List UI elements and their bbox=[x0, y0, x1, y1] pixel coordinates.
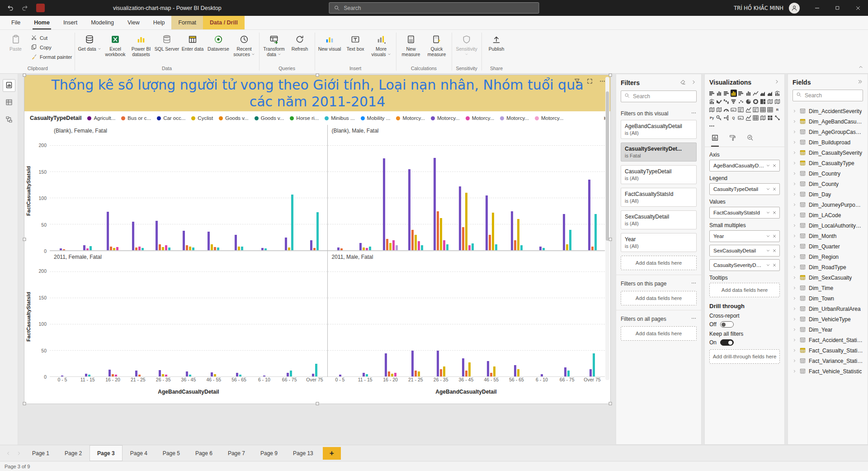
table-row[interactable]: Fact_Variance_Statistic bbox=[790, 356, 866, 366]
collapse-ribbon-icon[interactable] bbox=[858, 64, 863, 71]
expand-icon[interactable] bbox=[793, 171, 797, 176]
bar[interactable] bbox=[541, 374, 543, 377]
bar[interactable] bbox=[340, 248, 343, 251]
drill-through-drop-zone[interactable]: Add drill-through fields here bbox=[709, 349, 780, 364]
expand-icon[interactable] bbox=[793, 119, 797, 124]
legend-item[interactable]: Cyclist bbox=[191, 115, 213, 121]
fields-search-input[interactable] bbox=[805, 92, 859, 99]
bar[interactable] bbox=[411, 351, 414, 377]
bar[interactable] bbox=[446, 244, 448, 251]
bar[interactable] bbox=[591, 247, 594, 251]
report-view-button[interactable] bbox=[3, 79, 15, 92]
copy-button[interactable]: Copy bbox=[31, 44, 72, 51]
bar[interactable] bbox=[83, 245, 85, 251]
maximize-button[interactable] bbox=[827, 0, 848, 16]
table-row[interactable]: Dim_County bbox=[790, 179, 866, 189]
bar[interactable] bbox=[287, 373, 289, 377]
chevron-down-icon[interactable] bbox=[766, 263, 770, 267]
bar[interactable] bbox=[135, 371, 137, 377]
bar[interactable] bbox=[359, 243, 362, 251]
bar[interactable] bbox=[391, 374, 393, 377]
table-row[interactable]: Dim_LACode bbox=[790, 210, 866, 220]
expand-icon[interactable] bbox=[793, 234, 797, 238]
table-row[interactable]: Dim_VehicleType bbox=[790, 314, 866, 324]
add-data-fields-drop-zone[interactable]: Add data fields here bbox=[621, 291, 697, 305]
bar[interactable] bbox=[366, 374, 368, 377]
bar[interactable] bbox=[408, 169, 410, 251]
bar[interactable] bbox=[415, 235, 417, 251]
expand-icon[interactable] bbox=[793, 109, 797, 113]
bar[interactable] bbox=[418, 371, 420, 377]
bar[interactable] bbox=[511, 211, 513, 251]
section-more-icon[interactable] bbox=[691, 280, 697, 287]
slicer-icon[interactable] bbox=[752, 106, 759, 113]
bar[interactable] bbox=[339, 375, 341, 377]
legend-item[interactable]: Car occ... bbox=[157, 115, 185, 121]
bar[interactable] bbox=[214, 374, 216, 377]
bar[interactable] bbox=[310, 240, 312, 251]
focus-mode-icon[interactable] bbox=[586, 78, 593, 86]
power-bi-datasets-button[interactable]: Power BI datasets bbox=[129, 31, 154, 57]
bar[interactable] bbox=[107, 212, 109, 251]
stacked-area-chart-icon[interactable] bbox=[767, 90, 774, 97]
model-view-button[interactable] bbox=[3, 114, 15, 126]
bar[interactable] bbox=[462, 358, 464, 377]
bar[interactable] bbox=[520, 245, 523, 251]
ribbon-tab-format[interactable]: Format bbox=[171, 16, 203, 29]
new-visual-button[interactable]: New visual bbox=[317, 31, 342, 52]
matrix-icon[interactable] bbox=[767, 106, 774, 113]
bar[interactable] bbox=[138, 247, 141, 251]
next-page-icon[interactable] bbox=[14, 445, 24, 461]
remove-field-icon[interactable] bbox=[772, 210, 777, 215]
resize-handle[interactable] bbox=[23, 402, 26, 405]
bar[interactable] bbox=[593, 353, 595, 377]
bar[interactable] bbox=[566, 244, 568, 251]
bar[interactable] bbox=[394, 373, 396, 377]
expand-icon[interactable] bbox=[793, 161, 797, 165]
arcgis-map-icon[interactable] bbox=[760, 114, 766, 121]
bar[interactable] bbox=[388, 371, 390, 377]
treemap-icon[interactable] bbox=[760, 98, 766, 105]
gauge-icon[interactable] bbox=[723, 106, 729, 113]
bar[interactable] bbox=[493, 366, 495, 377]
resize-handle[interactable] bbox=[316, 402, 319, 405]
bar[interactable] bbox=[569, 230, 571, 251]
bar[interactable] bbox=[156, 221, 158, 251]
shape-map-icon[interactable] bbox=[708, 106, 715, 113]
new-measure-button[interactable]: New measure bbox=[399, 31, 424, 57]
expand-icon[interactable] bbox=[793, 203, 797, 207]
field-pill[interactable]: AgeBandCasualtyDetail bbox=[709, 160, 780, 171]
field-pill[interactable]: Year bbox=[709, 230, 780, 242]
bar[interactable] bbox=[312, 374, 314, 377]
legend-item[interactable]: Motorcy... bbox=[466, 115, 495, 121]
table-row[interactable]: Dim_AgeBandCasualty bbox=[790, 116, 866, 127]
ribbon-tab-help[interactable]: Help bbox=[146, 16, 172, 29]
format-tab[interactable] bbox=[729, 134, 736, 147]
bar[interactable] bbox=[63, 249, 65, 251]
bar[interactable] bbox=[421, 245, 423, 251]
expand-icon[interactable] bbox=[793, 296, 797, 300]
bar[interactable] bbox=[465, 371, 467, 377]
decomposition-tree-icon[interactable] bbox=[723, 114, 729, 121]
bar[interactable] bbox=[291, 195, 293, 251]
text-box-button[interactable]: Text box bbox=[343, 31, 368, 52]
table-row[interactable]: Dim_Month bbox=[790, 231, 866, 241]
add-data-fields-drop-zone[interactable]: Add data fields here bbox=[621, 326, 697, 341]
titlebar-search[interactable] bbox=[329, 2, 539, 14]
quick-measure-button[interactable]: Quick measure bbox=[425, 31, 449, 57]
bar[interactable] bbox=[418, 241, 420, 251]
expand-icon[interactable] bbox=[793, 348, 797, 352]
bar[interactable] bbox=[113, 248, 115, 251]
bar[interactable] bbox=[86, 248, 89, 251]
expand-icon[interactable] bbox=[793, 359, 797, 363]
format-painter-button[interactable]: Format painter bbox=[31, 53, 72, 61]
bar[interactable] bbox=[236, 373, 238, 377]
filter-card[interactable]: Yearis (All) bbox=[621, 233, 697, 252]
scrollbar-thumb[interactable] bbox=[606, 91, 609, 241]
user-name[interactable]: TRÍ HỒ KHẮC MINH bbox=[734, 5, 783, 11]
bar[interactable] bbox=[142, 248, 144, 251]
chevron-down-icon[interactable] bbox=[766, 187, 770, 191]
legend-item[interactable]: Mobility ... bbox=[361, 115, 391, 121]
bar[interactable] bbox=[517, 219, 519, 251]
analytics-tab[interactable] bbox=[746, 134, 754, 147]
